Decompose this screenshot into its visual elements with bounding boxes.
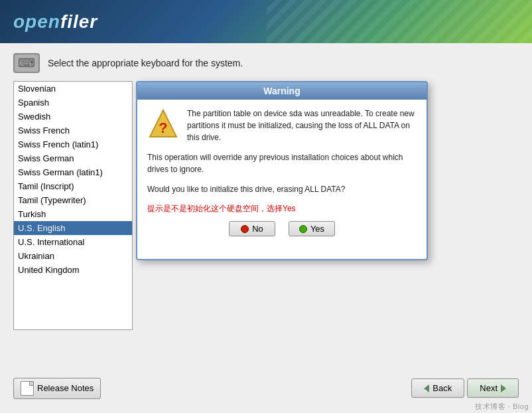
dialog-top-row: ? The partition table on device sda was … [147,108,417,143]
release-notes-button[interactable]: Release Notes [13,378,101,399]
yes-label: Yes [310,224,324,234]
content-area: SlovenianSpanishSwedishSwiss FrenchSwiss… [13,81,519,367]
yes-dot-icon [299,225,307,233]
next-arrow-icon [501,384,506,392]
keyboard-icon: ⌨ [13,53,40,73]
lang-item[interactable]: Swiss German [14,151,132,165]
lang-item[interactable]: United Kingdom [14,263,132,277]
back-button[interactable]: Back [411,378,464,398]
main-content: ⌨ Select the appropriate keyboard for th… [0,43,532,413]
logo: openfiler [13,11,98,33]
dialog-title: Warning [137,82,427,100]
lang-item[interactable]: U.S. International [14,235,132,249]
lang-item[interactable]: Turkish [14,207,132,221]
logo-filer: filer [60,11,98,32]
lang-item[interactable]: Ukrainian [14,249,132,263]
lang-item[interactable]: Tamil (Inscript) [14,179,132,193]
next-button[interactable]: Next [467,378,519,398]
no-dot-icon [241,225,249,233]
instruction-text: Select the appropriate keyboard for the … [48,58,243,68]
lang-item[interactable]: Spanish [14,96,132,110]
back-label: Back [432,383,452,393]
instruction-row: ⌨ Select the appropriate keyboard for th… [13,53,519,73]
yes-button[interactable]: Yes [289,221,335,236]
svg-text:?: ? [159,120,167,136]
nav-buttons: Back Next [411,378,519,398]
dialog-text1: The partition table on device sda was un… [187,108,417,143]
release-notes-label: Release Notes [37,383,94,393]
header: openfiler [0,0,532,43]
no-label: No [252,224,263,234]
back-arrow-icon [424,384,429,392]
lang-item[interactable]: Swiss French (latin1) [14,137,132,151]
next-label: Next [480,383,498,393]
dialog-buttons: No Yes [147,221,417,236]
document-icon [21,381,34,396]
lang-item[interactable]: Swiss French [14,124,132,137]
logo-open: open [13,11,60,32]
lang-item[interactable]: Slovenian [14,82,132,96]
dialog-hint: 提示是不是初始化这个硬盘空间，选择Yes [147,203,417,214]
lang-item[interactable]: Tamil (Typewriter) [14,193,132,207]
no-button[interactable]: No [229,221,275,236]
dialog-body: ? The partition table on device sda was … [137,100,427,259]
warning-dialog: Warning ? The partition table on device … [136,81,428,260]
lang-item[interactable]: Swedish [14,110,132,124]
dialog-text2: This operation will override any previou… [147,151,417,175]
lang-item[interactable]: Swiss German (latin1) [14,165,132,179]
lang-item[interactable]: U.S. English [14,221,132,235]
dialog-question: Would you like to initialize this drive,… [147,183,417,195]
language-list[interactable]: SlovenianSpanishSwedishSwiss FrenchSwiss… [13,81,133,330]
watermark: 技术博客 · Blog [475,402,529,412]
bottom-bar: Release Notes Back Next [13,367,519,403]
warning-triangle-icon: ? [147,108,179,139]
